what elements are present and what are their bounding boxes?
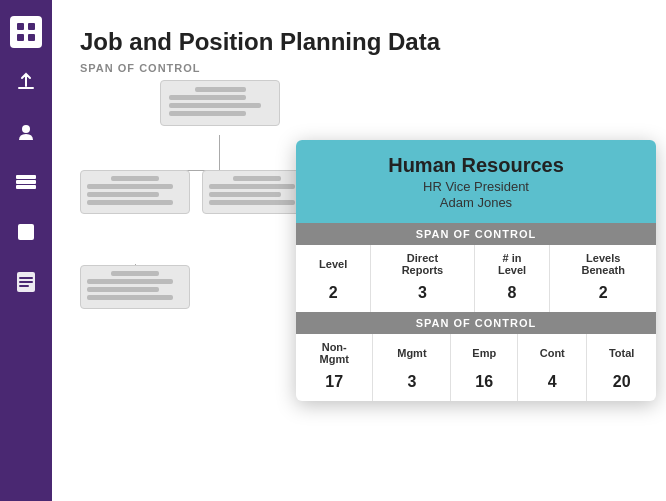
col-total: Total: [587, 334, 656, 369]
org-line: [169, 103, 261, 108]
svg-rect-12: [19, 285, 29, 287]
org-line: [87, 287, 159, 292]
section-label: SPAN OF CONTROL: [80, 62, 642, 74]
svg-rect-8: [18, 224, 34, 240]
org-line: [169, 111, 246, 116]
svg-rect-6: [16, 180, 36, 184]
cell-non-mgmt: 17: [296, 369, 373, 401]
popup-header: Human Resources HR Vice President Adam J…: [296, 140, 656, 223]
org-row-middle: [80, 170, 312, 214]
svg-rect-2: [17, 34, 24, 41]
sidebar: [0, 0, 52, 501]
span-section1-header: SPAN OF CONTROL: [296, 223, 656, 245]
org-line: [111, 271, 159, 276]
org-node-mid-left: [80, 170, 190, 214]
org-line: [111, 176, 159, 181]
svg-rect-5: [16, 175, 36, 179]
cell-in-level: 8: [474, 280, 550, 312]
org-line: [87, 200, 173, 205]
table-row: 2 3 8 2: [296, 280, 656, 312]
org-row-bottom: [80, 265, 190, 309]
svg-rect-0: [17, 23, 24, 30]
col-levels-beneath: LevelsBeneath: [550, 245, 656, 280]
col-in-level: # inLevel: [474, 245, 550, 280]
org-line: [87, 295, 173, 300]
org-line: [87, 192, 159, 197]
span-section2-header: SPAN OF CONTROL: [296, 312, 656, 334]
col-direct-reports: DirectReports: [371, 245, 474, 280]
cell-levels-beneath: 2: [550, 280, 656, 312]
popup-card: Human Resources HR Vice President Adam J…: [296, 140, 656, 401]
org-line: [209, 184, 295, 189]
svg-rect-3: [28, 34, 35, 41]
sidebar-icon-user[interactable]: [10, 116, 42, 148]
svg-rect-10: [19, 277, 33, 279]
popup-subtitle1: HR Vice President: [312, 179, 640, 194]
svg-rect-1: [28, 23, 35, 30]
span-table2: Non-Mgmt Mgmt Emp Cont Total 17 3 16 4 2…: [296, 334, 656, 401]
svg-rect-7: [16, 185, 36, 189]
sidebar-icon-layers[interactable]: [10, 216, 42, 248]
col-mgmt: Mgmt: [373, 334, 451, 369]
org-node-top: [160, 80, 280, 126]
org-line: [169, 95, 246, 100]
sidebar-icon-doc[interactable]: [10, 266, 42, 298]
sidebar-icon-grid[interactable]: [10, 16, 42, 48]
main-content: Job and Position Planning Data SPAN OF C…: [52, 0, 666, 501]
cell-emp: 16: [451, 369, 518, 401]
connector: [219, 135, 220, 170]
org-line: [87, 279, 173, 284]
org-line: [233, 176, 281, 181]
sidebar-icon-box[interactable]: [10, 166, 42, 198]
col-non-mgmt: Non-Mgmt: [296, 334, 373, 369]
sidebar-icon-upload[interactable]: [10, 66, 42, 98]
col-level: Level: [296, 245, 371, 280]
page-title: Job and Position Planning Data: [80, 28, 642, 56]
popup-subtitle2: Adam Jones: [312, 195, 640, 210]
table-row: 17 3 16 4 20: [296, 369, 656, 401]
org-line: [209, 192, 281, 197]
cell-cont: 4: [518, 369, 587, 401]
cell-level: 2: [296, 280, 371, 312]
cell-mgmt: 3: [373, 369, 451, 401]
org-line: [195, 87, 246, 92]
svg-rect-11: [19, 281, 33, 283]
col-emp: Emp: [451, 334, 518, 369]
cell-total: 20: [587, 369, 656, 401]
cell-direct-reports: 3: [371, 280, 474, 312]
col-cont: Cont: [518, 334, 587, 369]
popup-title: Human Resources: [312, 154, 640, 177]
org-line: [209, 200, 295, 205]
org-node-bottom-left: [80, 265, 190, 309]
svg-point-4: [22, 125, 30, 133]
span-table1: Level DirectReports # inLevel LevelsBene…: [296, 245, 656, 312]
org-line: [87, 184, 173, 189]
